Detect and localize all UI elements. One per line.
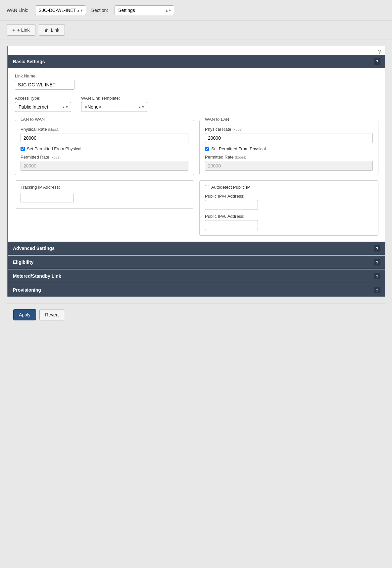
top-bar: WAN Link: SJC-DC-WL-INET ▲▼ Section: Set… bbox=[0, 0, 392, 21]
wan-template-label: WAN Link Template: bbox=[81, 96, 147, 101]
wan-to-lan-box: WAN to LAN Physical Rate (kbps): Se bbox=[199, 117, 378, 175]
trash-icon: 🗑 bbox=[44, 27, 49, 33]
lan-to-wan-fieldset: LAN to WAN Physical Rate (kbps): Se bbox=[15, 120, 194, 175]
public-ipv6-group: Public IPv6 Address: bbox=[205, 214, 373, 230]
collapsible-sections: Advanced Settings ? Eligibility ? Metere… bbox=[8, 242, 385, 297]
add-link-label: + Link bbox=[17, 27, 30, 33]
public-ipv6-label: Public IPv6 Address: bbox=[205, 214, 373, 219]
wan-to-lan-legend: WAN to LAN bbox=[204, 117, 230, 122]
metered-standby-header[interactable]: Metered/Standby Link ? bbox=[8, 269, 385, 283]
public-ipv4-input[interactable] bbox=[205, 200, 258, 210]
provisioning-header[interactable]: Provisioning ? bbox=[8, 283, 385, 297]
wan-physical-rate-group: Physical Rate (kbps): bbox=[205, 127, 373, 143]
apply-button[interactable]: Apply bbox=[13, 309, 36, 320]
toolbar: + + Link 🗑 Link bbox=[0, 21, 392, 39]
advanced-settings-header[interactable]: Advanced Settings ? bbox=[8, 242, 385, 255]
metered-standby-help-icon[interactable]: ? bbox=[374, 273, 380, 279]
public-ip-fieldset: Autodetect Public IP Public IPv4 Address… bbox=[199, 180, 378, 236]
lan-set-permitted-row: Set Permitted From Physical bbox=[21, 146, 188, 151]
link-name-input[interactable] bbox=[15, 80, 74, 90]
tracking-ip-col: Tracking IP Address: bbox=[15, 180, 194, 236]
apply-label: Apply bbox=[19, 312, 30, 317]
settings-card: ? Basic Settings ? Link Name: Access Typ… bbox=[7, 46, 385, 297]
basic-settings-header[interactable]: Basic Settings ? bbox=[8, 55, 385, 68]
wan-permitted-rate-input[interactable] bbox=[205, 161, 373, 171]
public-ipv4-group: Public IPv4 Address: bbox=[205, 194, 373, 210]
wan-set-permitted-row: Set Permitted From Physical bbox=[205, 146, 373, 151]
lan-set-permitted-checkbox[interactable] bbox=[21, 147, 25, 151]
access-type-col: Access Type: Public Internet ▲▼ bbox=[15, 96, 71, 112]
section-select[interactable]: Settings bbox=[115, 5, 174, 15]
link-name-label: Link Name: bbox=[15, 73, 378, 78]
main-content: ? Basic Settings ? Link Name: Access Typ… bbox=[0, 39, 392, 332]
basic-settings-help-icon[interactable]: ? bbox=[374, 58, 380, 65]
rates-container: LAN to WAN Physical Rate (kbps): Se bbox=[15, 117, 378, 175]
autodetect-checkbox[interactable] bbox=[205, 185, 209, 189]
advanced-settings-title: Advanced Settings bbox=[13, 246, 55, 251]
public-ipv6-input[interactable] bbox=[205, 220, 258, 230]
wan-template-select-wrapper[interactable]: <None> ▲▼ bbox=[81, 102, 147, 112]
autodetect-row: Autodetect Public IP bbox=[205, 185, 373, 190]
revert-label: Revert bbox=[45, 312, 59, 317]
lan-permitted-rate-group: Permitted Rate (kbps): bbox=[21, 155, 188, 171]
access-type-label: Access Type: bbox=[15, 96, 71, 101]
wan-to-lan-fieldset: WAN to LAN Physical Rate (kbps): Se bbox=[199, 120, 378, 175]
lan-to-wan-legend: LAN to WAN bbox=[19, 117, 46, 122]
wan-permitted-rate-group: Permitted Rate (kbps): bbox=[205, 155, 373, 171]
top-help-icon[interactable]: ? bbox=[378, 49, 381, 55]
lan-to-wan-box: LAN to WAN Physical Rate (kbps): Se bbox=[15, 117, 194, 175]
lan-permitted-rate-input[interactable] bbox=[21, 161, 188, 171]
tracking-ip-input[interactable] bbox=[21, 193, 74, 203]
wan-link-select-wrapper[interactable]: SJC-DC-WL-INET ▲▼ bbox=[35, 5, 86, 15]
access-type-select[interactable]: Public Internet bbox=[15, 102, 71, 112]
card-help-top: ? bbox=[8, 46, 385, 55]
lan-set-permitted-label: Set Permitted From Physical bbox=[27, 146, 81, 151]
wan-set-permitted-checkbox[interactable] bbox=[205, 147, 209, 151]
basic-settings-title: Basic Settings bbox=[13, 59, 45, 64]
link-name-group: Link Name: bbox=[15, 73, 378, 94]
wan-link-label: WAN Link: bbox=[7, 8, 28, 13]
eligibility-header[interactable]: Eligibility ? bbox=[8, 256, 385, 269]
wan-template-col: WAN Link Template: <None> ▲▼ bbox=[81, 96, 147, 112]
tracking-row: Tracking IP Address: Autodetect Public I… bbox=[15, 180, 378, 236]
access-type-row: Access Type: Public Internet ▲▼ WAN Link… bbox=[15, 96, 378, 112]
lan-physical-rate-label: Physical Rate (kbps): bbox=[21, 127, 188, 132]
lan-physical-rate-group: Physical Rate (kbps): bbox=[21, 127, 188, 143]
autodetect-label: Autodetect Public IP bbox=[211, 185, 250, 190]
wan-physical-rate-input[interactable] bbox=[205, 133, 373, 143]
eligibility-title: Eligibility bbox=[13, 260, 33, 265]
section-label: Section: bbox=[91, 8, 108, 13]
access-type-select-wrapper[interactable]: Public Internet ▲▼ bbox=[15, 102, 71, 112]
delete-link-label: Link bbox=[51, 27, 60, 33]
advanced-settings-help-icon[interactable]: ? bbox=[374, 245, 380, 252]
wan-permitted-rate-label: Permitted Rate (kbps): bbox=[205, 155, 373, 160]
wan-physical-rate-label: Physical Rate (kbps): bbox=[205, 127, 373, 132]
tracking-ip-fieldset: Tracking IP Address: bbox=[15, 180, 194, 209]
public-ip-col: Autodetect Public IP Public IPv4 Address… bbox=[199, 180, 378, 236]
wan-link-select[interactable]: SJC-DC-WL-INET bbox=[35, 5, 86, 15]
public-ipv4-label: Public IPv4 Address: bbox=[205, 194, 373, 199]
card-inner: ? Basic Settings ? Link Name: Access Typ… bbox=[8, 46, 385, 297]
lan-permitted-rate-label: Permitted Rate (kbps): bbox=[21, 155, 188, 160]
footer-bar: Apply Revert bbox=[7, 304, 385, 326]
section-select-wrapper[interactable]: Settings ▲▼ bbox=[115, 5, 174, 15]
wan-set-permitted-label: Set Permitted From Physical bbox=[211, 146, 266, 151]
eligibility-help-icon[interactable]: ? bbox=[374, 259, 380, 265]
plus-icon: + bbox=[12, 27, 15, 33]
basic-settings-body: Link Name: Access Type: Public Internet … bbox=[8, 68, 385, 241]
tracking-ip-label: Tracking IP Address: bbox=[21, 185, 188, 190]
lan-physical-rate-input[interactable] bbox=[21, 133, 188, 143]
provisioning-help-icon[interactable]: ? bbox=[374, 287, 380, 293]
provisioning-title: Provisioning bbox=[13, 287, 41, 293]
revert-button[interactable]: Revert bbox=[39, 309, 64, 320]
metered-standby-title: Metered/Standby Link bbox=[13, 273, 61, 279]
delete-link-button[interactable]: 🗑 Link bbox=[39, 24, 65, 36]
wan-template-select[interactable]: <None> bbox=[81, 102, 147, 112]
add-link-button[interactable]: + + Link bbox=[7, 24, 35, 36]
